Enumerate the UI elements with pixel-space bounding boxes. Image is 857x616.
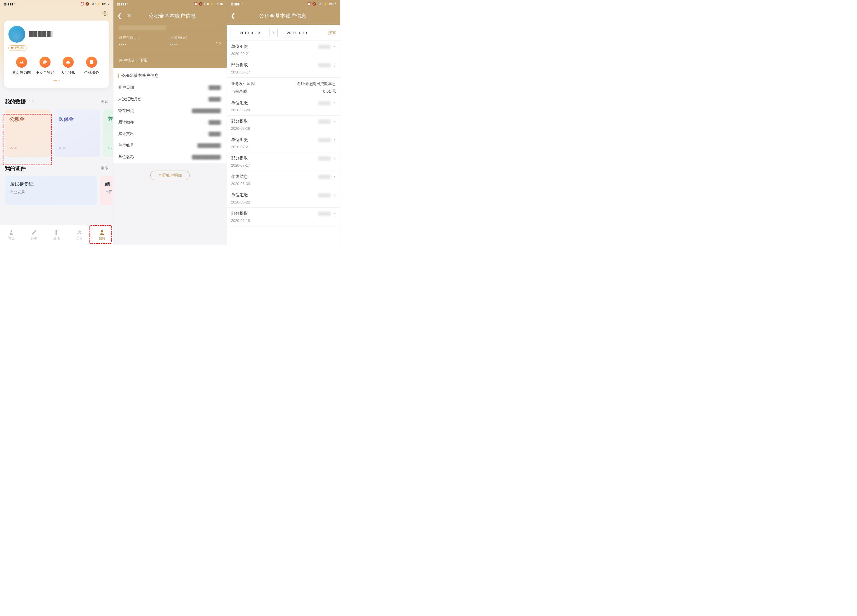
transaction-item[interactable]: 单位汇缴000∧2020-09-21 xyxy=(227,41,340,59)
settings-button[interactable] xyxy=(102,10,108,17)
section-title: 我的证件 xyxy=(5,165,26,172)
tab-service[interactable]: 办事 xyxy=(23,225,45,245)
profile-top-section: ▦ ▮▮▮ ⌔ ⏰ 🔕 100 ⚡ 15:17 xyxy=(0,0,113,92)
tx-amount-censored: 000 xyxy=(318,156,331,161)
tx-title: 单位汇缴 xyxy=(231,137,248,143)
card-medical-fund[interactable]: 医保金 ****** xyxy=(54,110,100,157)
card-title: 公积金 xyxy=(9,116,46,123)
info-key: 单位名称 xyxy=(118,155,134,159)
status-left: ▦ ▮▮▮ ⌔ xyxy=(230,2,243,6)
svg-point-3 xyxy=(101,230,103,232)
transaction-item[interactable]: 部分提取000∧2020-06-18 xyxy=(227,208,340,226)
settings-row xyxy=(0,8,113,18)
chevron-down-icon: ∨ xyxy=(333,63,336,67)
bottom-tab-bar: 首页 办事 发现 互动 我的 xyxy=(0,225,113,245)
transaction-item[interactable]: 部分提取000∧2020-08-19 xyxy=(227,116,340,134)
tx-amount-censored: 000 xyxy=(318,193,331,197)
status-time: 15:16 xyxy=(328,2,336,6)
card-housing-fund[interactable]: 公积金 ****** xyxy=(5,110,51,157)
charge-icon: ⚡ xyxy=(323,2,328,6)
tx-date: 2020-09-21 xyxy=(231,52,336,56)
page-header: ❮ ✕ 公积金基本账户信息 xyxy=(113,8,227,30)
quick-actions: 景点热力图 不动产登记 天气预报 个税服务 xyxy=(8,57,105,75)
signal-icon: ▮▮▮ xyxy=(8,2,13,6)
status-value: 正常 xyxy=(139,58,148,63)
card-masked-value: *** xyxy=(108,147,113,150)
quick-realestate[interactable]: 不动产登记 xyxy=(33,57,57,75)
info-key: 开户日期 xyxy=(118,85,134,90)
avatar[interactable] xyxy=(8,26,25,43)
verified-badge: 已认证 xyxy=(8,45,27,51)
view-detail-button[interactable]: 查看账户明细 xyxy=(150,170,190,180)
transaction-item[interactable]: 部分提取000∧2020-07-17 xyxy=(227,152,340,171)
profile-name-censored xyxy=(29,31,53,37)
info-row: 单位名称██████████ xyxy=(118,151,222,163)
quick-tax[interactable]: 个税服务 xyxy=(80,57,104,75)
tx-date: 2020-07-17 xyxy=(231,163,336,167)
tx-title: 单位汇缴 xyxy=(231,44,248,50)
more-link[interactable]: 更多 xyxy=(101,99,108,104)
back-button[interactable]: ❮ xyxy=(117,12,122,19)
date-from-input[interactable]: 2019-10-13 xyxy=(230,28,269,37)
card-pension-fund[interactable]: 养 *** xyxy=(103,110,113,157)
tx-date: 2020-06-18 xyxy=(231,218,336,223)
card-id-card[interactable]: 居民身份证 市公安局 xyxy=(5,176,97,205)
transaction-item[interactable]: 单位汇缴000∧2020-06-22 xyxy=(227,189,340,208)
more-link[interactable]: 更多 xyxy=(101,166,108,171)
person-icon xyxy=(99,229,105,236)
silent-icon: 🔕 xyxy=(85,2,89,6)
tab-discover[interactable]: 发现 xyxy=(45,225,68,245)
transaction-item[interactable]: 单位汇缴000∧2020-08-20 xyxy=(227,97,340,116)
info-key: 单位账号 xyxy=(118,143,134,148)
eye-off-icon[interactable] xyxy=(28,98,34,105)
account-gold-header: ▦ ▮▮▮ ⌔ ⏰ 🔕 100 ⚡ 15:16 ❮ ✕ 公积金基本账户信息 账户… xyxy=(113,0,227,68)
info-key: 缴存网点 xyxy=(118,108,134,113)
screen-account-info: ▦ ▮▮▮ ⌔ ⏰ 🔕 100 ⚡ 15:16 ❮ ✕ 公积金基本账户信息 账户… xyxy=(113,0,227,245)
date-to-input[interactable]: 2020-10-13 xyxy=(277,28,316,37)
search-button[interactable]: 搜索 xyxy=(328,30,336,36)
tx-title: 年终结息 xyxy=(231,174,248,180)
transaction-item[interactable]: 年终结息000∧2020-06-30 xyxy=(227,171,340,189)
battery-icon: 100 xyxy=(204,2,209,6)
tx-date: 2020-06-30 xyxy=(231,182,336,186)
alarm-icon: ⏰ xyxy=(307,2,311,6)
heatmap-icon xyxy=(16,57,27,68)
balance-row: 账户余额(元) **** 月缴额(元) **** xyxy=(113,35,227,53)
profile-card: 已认证 景点热力图 不动产登记 天气预报 个税服务 xyxy=(4,20,109,88)
quick-heatmap[interactable]: 景点热力图 xyxy=(10,57,33,75)
tx-amount-censored: 000 xyxy=(318,212,331,216)
quick-weather[interactable]: 天气预报 xyxy=(57,57,80,75)
card-marriage[interactable]: 结 市民 xyxy=(100,176,113,205)
info-value-censored: ████████ xyxy=(196,143,222,148)
chevron-up-icon: ∧ xyxy=(333,45,336,49)
transaction-item[interactable]: 单位汇缴000∧2020-07-21 xyxy=(227,134,340,152)
info-value-censored: ████ xyxy=(207,132,222,136)
tx-title: 部分提取 xyxy=(231,156,248,161)
screen-profile: ▦ ▮▮▮ ⌔ ⏰ 🔕 100 ⚡ 15:17 xyxy=(0,0,113,245)
transaction-list[interactable]: 单位汇缴000∧2020-09-21部分提取000∨2020-09-17业务发生… xyxy=(227,41,340,245)
back-button[interactable]: ❮ xyxy=(230,12,235,19)
chevron-up-icon: ∧ xyxy=(333,138,336,142)
charge-icon: ⚡ xyxy=(210,2,214,6)
visibility-toggle[interactable] xyxy=(215,40,221,47)
status-time: 15:17 xyxy=(102,2,110,6)
section-title: 我的数据 xyxy=(5,98,34,105)
lotus-icon xyxy=(76,229,83,236)
transaction-item[interactable]: 部分提取000∨2020-09-17 xyxy=(227,59,340,77)
quick-label: 景点热力图 xyxy=(12,70,31,75)
tower-icon xyxy=(8,229,15,236)
chevron-up-icon: ∧ xyxy=(333,156,336,161)
tx-date: 2020-09-17 xyxy=(231,70,336,74)
tab-interact[interactable]: 互动 xyxy=(68,225,91,245)
tx-amount-censored: 000 xyxy=(318,119,331,124)
info-row: 开户日期████ xyxy=(118,82,222,93)
tab-home[interactable]: 首页 xyxy=(0,225,23,245)
svg-point-1 xyxy=(45,62,47,64)
cert-cards-row: 居民身份证 市公安局 结 市民 xyxy=(0,175,113,207)
info-key: 末次汇缴月份 xyxy=(118,97,142,102)
account-footer-area: 查看账户明细 xyxy=(113,163,227,245)
close-button[interactable]: ✕ xyxy=(127,12,131,19)
tab-mine[interactable]: 我的 xyxy=(91,225,113,245)
status-right: ⏰ 🔕 100 ⚡ 15:17 xyxy=(80,2,110,6)
tab-label: 互动 xyxy=(76,237,82,241)
